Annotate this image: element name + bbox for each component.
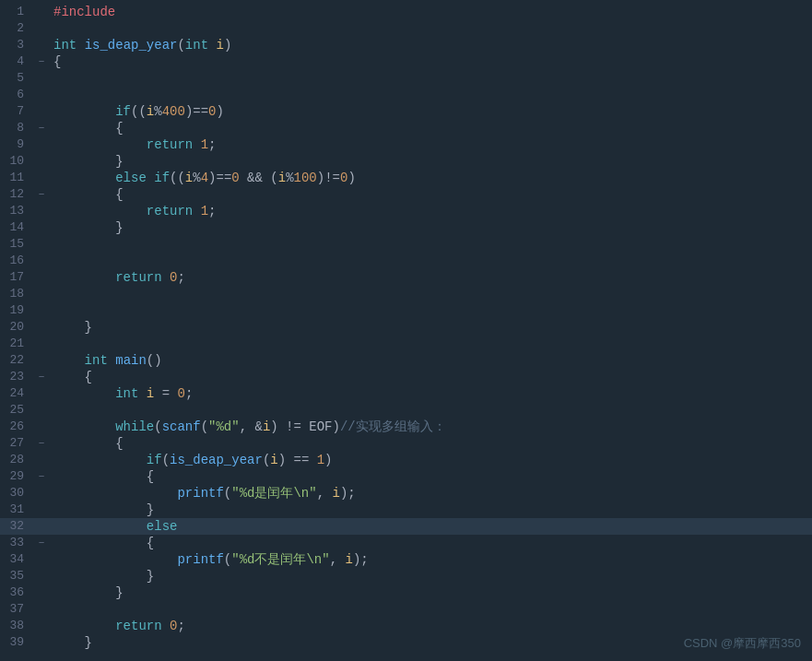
line-number: 1: [0, 4, 33, 20]
code-text: [50, 336, 812, 352]
code-text: if((i%400)==0): [50, 103, 812, 120]
line-number: 13: [0, 203, 33, 219]
code-line: 38 return 0;: [0, 618, 812, 634]
fold-button: [33, 601, 50, 618]
fold-button: [33, 219, 50, 236]
code-text: [50, 87, 812, 103]
fold-button: [33, 336, 50, 352]
fold-button[interactable]: −: [33, 120, 50, 136]
fold-button: [33, 319, 50, 336]
code-text: int is_deap_year(int i): [50, 37, 812, 53]
fold-button[interactable]: −: [33, 535, 50, 551]
fold-button: [33, 618, 50, 634]
line-number: 21: [0, 336, 33, 352]
line-number: 30: [0, 485, 33, 502]
code-line: 33− {: [0, 535, 812, 551]
code-text: }: [50, 502, 812, 518]
code-text: }: [50, 153, 812, 170]
code-text: [50, 286, 812, 302]
code-line: 23− {: [0, 369, 812, 385]
code-line: 21: [0, 336, 812, 352]
code-text: {: [50, 369, 812, 385]
code-line: 14 }: [0, 219, 812, 236]
code-text: while(scanf("%d", &i) != EOF)//实现多组输入：: [50, 419, 812, 435]
fold-button: [33, 419, 50, 435]
fold-button: [33, 236, 50, 253]
fold-button[interactable]: −: [33, 468, 50, 485]
line-number: 29: [0, 468, 33, 485]
line-number: 9: [0, 136, 33, 153]
line-number: 6: [0, 87, 33, 103]
fold-button[interactable]: −: [33, 435, 50, 452]
fold-button: [33, 352, 50, 369]
line-number: 26: [0, 419, 33, 435]
line-number: 15: [0, 236, 33, 253]
fold-button: [33, 551, 50, 568]
code-line: 19: [0, 302, 812, 319]
line-number: 37: [0, 601, 33, 618]
line-number: 23: [0, 369, 33, 385]
code-text: {: [50, 120, 812, 136]
line-number: 35: [0, 568, 33, 584]
code-text: #include: [50, 4, 812, 20]
line-number: 16: [0, 253, 33, 269]
fold-button: [33, 20, 50, 37]
line-number: 32: [0, 518, 33, 535]
code-line: 35 }: [0, 568, 812, 584]
code-line: 4−{: [0, 53, 812, 70]
code-line: 17 return 0;: [0, 269, 812, 286]
code-line: 16: [0, 253, 812, 269]
fold-button: [33, 568, 50, 584]
line-number: 25: [0, 402, 33, 419]
fold-button: [33, 253, 50, 269]
fold-button: [33, 402, 50, 419]
code-line: 30 printf("%d是闰年\n", i);: [0, 485, 812, 502]
fold-button: [33, 136, 50, 153]
code-text: else if((i%4)==0 && (i%100)!=0): [50, 170, 812, 186]
line-number: 12: [0, 186, 33, 203]
code-text: {: [50, 435, 812, 452]
fold-button: [33, 203, 50, 219]
code-line: 13 return 1;: [0, 203, 812, 219]
line-number: 18: [0, 286, 33, 302]
fold-button: [33, 4, 50, 20]
code-line: 31 }: [0, 502, 812, 518]
code-text: printf("%d是闰年\n", i);: [50, 485, 812, 502]
code-line: 10 }: [0, 153, 812, 170]
fold-button: [33, 385, 50, 402]
code-text: }: [50, 219, 812, 236]
line-number: 3: [0, 37, 33, 53]
code-content: 1#include 2 3int is_deap_year(int i)4−{5…: [0, 0, 812, 651]
watermark: CSDN @摩西摩西350: [684, 635, 801, 652]
code-text: return 1;: [50, 203, 812, 219]
code-line: 9 return 1;: [0, 136, 812, 153]
code-line: 29− {: [0, 468, 812, 485]
fold-button: [33, 518, 50, 535]
code-text: }: [50, 584, 812, 601]
code-text: else: [50, 518, 812, 535]
line-number: 10: [0, 153, 33, 170]
code-text: {: [50, 53, 812, 70]
line-number: 36: [0, 584, 33, 601]
fold-button: [33, 170, 50, 186]
fold-button[interactable]: −: [33, 186, 50, 203]
fold-button: [33, 103, 50, 120]
code-line: 34 printf("%d不是闰年\n", i);: [0, 551, 812, 568]
line-number: 14: [0, 219, 33, 236]
line-number: 8: [0, 120, 33, 136]
fold-button: [33, 87, 50, 103]
code-line: 36 }: [0, 584, 812, 601]
fold-button: [33, 269, 50, 286]
line-number: 11: [0, 170, 33, 186]
code-text: {: [50, 468, 812, 485]
fold-button: [33, 584, 50, 601]
code-line: 1#include: [0, 4, 812, 20]
line-number: 34: [0, 551, 33, 568]
line-number: 2: [0, 20, 33, 37]
code-editor: 1#include 2 3int is_deap_year(int i)4−{5…: [0, 0, 812, 661]
line-number: 33: [0, 535, 33, 551]
fold-button[interactable]: −: [33, 53, 50, 70]
line-number: 28: [0, 452, 33, 468]
line-number: 24: [0, 385, 33, 402]
fold-button[interactable]: −: [33, 369, 50, 385]
